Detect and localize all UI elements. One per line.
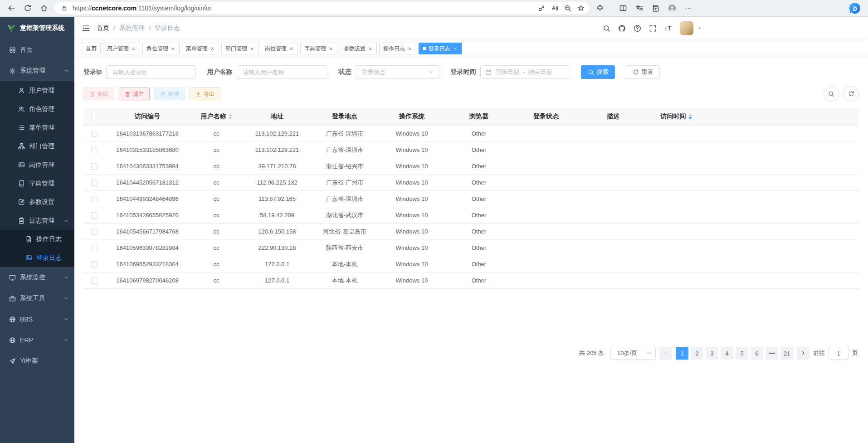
row-checkbox[interactable] xyxy=(91,163,98,170)
sidebar-item[interactable]: ERP xyxy=(0,330,74,351)
column-header[interactable]: 访问编号 xyxy=(105,108,190,126)
tab[interactable]: 角色管理 xyxy=(142,43,180,54)
page-number-button[interactable]: 5 xyxy=(736,347,748,360)
fullscreen-icon[interactable] xyxy=(649,24,657,32)
tab-close-icon[interactable] xyxy=(249,46,254,51)
tab[interactable]: 部门管理 xyxy=(221,43,258,54)
status-select[interactable]: 登录状态 xyxy=(356,65,439,79)
extensions-icon[interactable] xyxy=(593,1,607,15)
sidebar-item[interactable]: 首页 xyxy=(0,39,74,60)
site-info-lock-icon[interactable] xyxy=(59,3,70,14)
refresh-table-button[interactable] xyxy=(844,86,859,102)
sidebar-item[interactable]: 菜单管理 xyxy=(0,118,74,137)
favorites-icon[interactable] xyxy=(633,1,646,15)
sidebar-item[interactable]: 用户管理 xyxy=(0,81,74,100)
split-screen-icon[interactable] xyxy=(616,1,630,15)
tab-close-icon[interactable] xyxy=(171,46,176,51)
column-header[interactable]: 访问时间 xyxy=(647,108,706,126)
clear-button[interactable]: 清空 xyxy=(119,88,150,100)
tab[interactable]: 岗位管理 xyxy=(261,43,298,54)
prev-page-button[interactable] xyxy=(659,347,672,360)
column-header[interactable]: 登录地点 xyxy=(311,108,378,126)
sidebar-item[interactable]: 参数设置 xyxy=(0,193,74,211)
page-number-button[interactable]: 6 xyxy=(751,347,763,360)
page-number-button[interactable]: 4 xyxy=(721,347,733,360)
search-icon[interactable] xyxy=(603,24,610,32)
read-aloud-icon[interactable] xyxy=(549,2,561,14)
page-size-select[interactable]: 10条/页 xyxy=(610,347,656,360)
sidebar-item[interactable]: 系统工具 xyxy=(0,288,74,309)
sidebar-item[interactable]: 角色管理 xyxy=(0,100,74,118)
avatar-caret-down-icon[interactable] xyxy=(697,26,702,31)
goto-page-input[interactable] xyxy=(829,347,848,360)
user-name-input[interactable] xyxy=(237,65,327,79)
column-header[interactable]: 登录状态 xyxy=(512,108,580,126)
zoom-icon[interactable] xyxy=(562,2,574,14)
row-checkbox[interactable] xyxy=(91,196,98,202)
row-checkbox[interactable] xyxy=(91,180,98,186)
row-checkbox[interactable] xyxy=(91,229,98,235)
browser-profile-icon[interactable] xyxy=(665,1,679,15)
tab[interactable]: 字典管理 xyxy=(300,43,337,54)
collections-icon[interactable] xyxy=(649,1,663,15)
sidebar-item[interactable]: 登录日志 xyxy=(0,248,74,267)
help-icon[interactable] xyxy=(634,24,641,32)
column-header[interactable]: 操作系统 xyxy=(378,108,445,126)
column-header[interactable]: 地址 xyxy=(243,108,311,126)
bing-chat-button[interactable]: b xyxy=(848,1,862,15)
toggle-search-button[interactable] xyxy=(824,86,839,102)
export-button[interactable]: 导出 xyxy=(190,88,220,100)
sidebar-item[interactable]: 部门管理 xyxy=(0,137,74,156)
breadcrumb-section[interactable]: 系统管理 xyxy=(119,24,145,32)
tab-close-icon[interactable] xyxy=(210,46,215,51)
sidebar-item[interactable]: 操作日志 xyxy=(0,230,74,248)
sidebar-item[interactable]: 系统监控 xyxy=(0,267,74,288)
row-checkbox[interactable] xyxy=(91,212,98,219)
row-checkbox[interactable] xyxy=(91,131,98,137)
column-header[interactable]: 浏览器 xyxy=(445,108,512,126)
tab[interactable]: 菜单管理 xyxy=(182,43,219,54)
tab-close-icon[interactable] xyxy=(368,46,373,51)
sidebar-item[interactable]: 日志管理 xyxy=(0,211,74,230)
sidebar-toggle-button[interactable] xyxy=(82,24,90,33)
sidebar-item[interactable]: 字典管理 xyxy=(0,174,74,193)
reset-button[interactable]: 重置 xyxy=(626,65,660,79)
browser-home-button[interactable] xyxy=(37,1,51,15)
row-checkbox[interactable] xyxy=(91,277,98,284)
browser-back-button[interactable] xyxy=(5,1,18,15)
text-size-icon[interactable]: TT xyxy=(664,24,672,32)
row-checkbox[interactable] xyxy=(91,245,98,251)
select-all-checkbox[interactable] xyxy=(91,114,98,120)
tab[interactable]: 参数设置 xyxy=(340,43,377,54)
login-ip-input[interactable] xyxy=(106,65,196,79)
page-number-button[interactable]: 2 xyxy=(691,347,703,360)
delete-button[interactable]: 删除 xyxy=(83,88,114,100)
unlock-button[interactable]: 解锁 xyxy=(154,88,185,100)
sidebar-item[interactable]: Yi框架 xyxy=(0,351,74,371)
page-number-button[interactable]: 1 xyxy=(676,347,688,360)
passwords-icon[interactable] xyxy=(536,2,547,14)
address-bar[interactable]: https://ccnetcore.com:1101/system/log/lo… xyxy=(54,2,590,15)
sidebar-item[interactable]: 系统管理 xyxy=(0,60,74,81)
page-number-button[interactable]: 3 xyxy=(706,347,718,360)
sort-carets-icon[interactable] xyxy=(688,114,692,119)
next-page-button[interactable] xyxy=(797,347,809,360)
sort-carets-icon[interactable] xyxy=(229,114,232,119)
sidebar-item[interactable]: 岗位管理 xyxy=(0,156,74,174)
tab[interactable]: 用户管理 xyxy=(103,43,140,54)
breadcrumb-home[interactable]: 首页 xyxy=(97,24,109,32)
browser-reload-button[interactable] xyxy=(21,1,34,15)
sidebar-item[interactable]: BBS xyxy=(0,309,74,330)
row-checkbox[interactable] xyxy=(91,147,98,153)
tab-close-icon[interactable] xyxy=(289,46,294,51)
column-header[interactable]: 用户名称 xyxy=(190,108,243,126)
add-favorite-icon[interactable] xyxy=(575,2,587,14)
tab-close-icon[interactable] xyxy=(131,46,136,51)
row-checkbox[interactable] xyxy=(91,261,98,268)
page-number-button[interactable]: 21 xyxy=(780,347,793,360)
user-avatar[interactable] xyxy=(680,21,693,35)
tab-close-icon[interactable] xyxy=(453,46,458,51)
page-number-button[interactable]: ••• xyxy=(766,347,778,360)
tab-close-icon[interactable] xyxy=(407,46,412,51)
search-button[interactable]: 搜索 xyxy=(581,65,615,79)
